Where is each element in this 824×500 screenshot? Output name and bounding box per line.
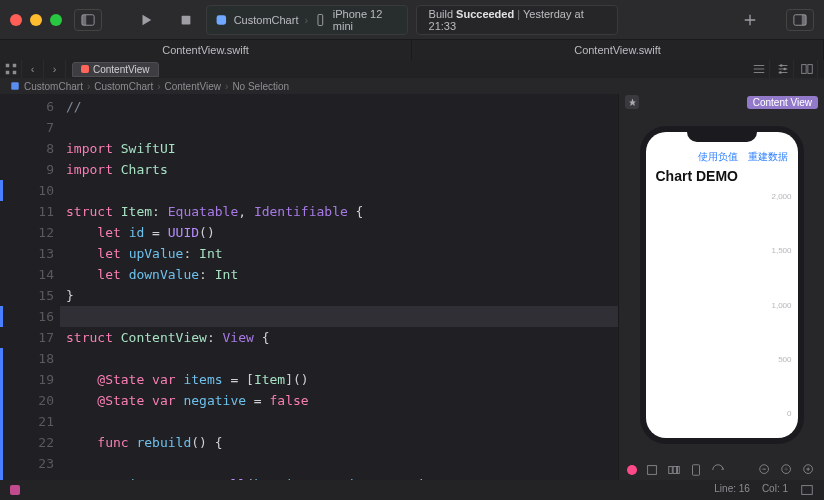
svg-rect-13 (12, 71, 16, 75)
close-window-button[interactable] (10, 14, 22, 26)
chart-title: Chart DEMO (646, 166, 798, 186)
status-bar: Line: 16 Col: 1 (0, 480, 824, 500)
file-tab[interactable]: ContentView.swift (412, 40, 824, 60)
plus-icon (743, 13, 757, 27)
svg-rect-1 (82, 14, 86, 25)
play-icon (139, 13, 153, 27)
svg-rect-10 (5, 64, 9, 68)
outline-icon[interactable] (800, 483, 814, 497)
svg-rect-2 (182, 15, 191, 24)
open-document-tab[interactable]: ContentView (72, 62, 159, 77)
preview-pill-label: Content View (753, 97, 812, 108)
minimize-window-button[interactable] (30, 14, 42, 26)
svg-rect-17 (801, 65, 805, 74)
adjust-editor-button[interactable] (772, 60, 794, 78)
svg-point-15 (783, 68, 786, 71)
file-tab[interactable]: ContentView.swift (0, 40, 412, 60)
editor-file-tabs: ContentView.swift ContentView.swift (0, 40, 824, 60)
live-preview-button[interactable] (627, 465, 637, 475)
code-content[interactable]: //import SwiftUIimport Chartsstruct Item… (66, 94, 618, 480)
build-label: Build (429, 8, 453, 20)
destination-app: CustomChart (234, 14, 299, 26)
destination-device: iPhone 12 mini (333, 8, 399, 32)
stop-icon (179, 13, 193, 27)
run-button[interactable] (132, 9, 160, 31)
svg-rect-11 (12, 64, 16, 68)
project-icon (10, 81, 20, 91)
cursor-line: Line: 16 (714, 483, 750, 497)
jumpbar-item[interactable]: No Selection (232, 81, 289, 92)
stop-button[interactable] (172, 9, 200, 31)
svg-point-14 (779, 64, 782, 67)
cursor-col: Col: 1 (762, 483, 788, 497)
maximize-window-button[interactable] (50, 14, 62, 26)
jumpbar-item[interactable]: CustomChart (24, 81, 83, 92)
toggle-inspector-button[interactable] (786, 9, 814, 31)
svg-rect-19 (11, 82, 19, 90)
split-icon (800, 62, 814, 76)
svg-rect-21 (669, 467, 673, 474)
back-button[interactable]: ‹ (22, 60, 44, 78)
window-traffic-lights[interactable] (10, 14, 62, 26)
canvas-toolbar (619, 460, 824, 480)
svg-rect-22 (673, 467, 677, 474)
sidebar-left-icon (81, 13, 95, 27)
zoom-out-icon[interactable] (758, 463, 772, 477)
jump-bar[interactable]: CustomChart› CustomChart› ContentView› N… (0, 78, 824, 94)
nav-link-negative[interactable]: 使用负值 (698, 150, 738, 164)
pin-icon (628, 98, 637, 107)
nav-link-rebuild[interactable]: 重建数据 (748, 150, 788, 164)
device-frame: 使用负值 重建数据 Chart DEMO 2,0001,5001,0005000 (640, 126, 804, 444)
debug-indicator-icon[interactable] (10, 485, 20, 495)
sidebar-right-icon (793, 13, 807, 27)
orientation-icon[interactable] (711, 463, 725, 477)
zoom-fit-icon[interactable] (780, 463, 794, 477)
zoom-in-icon[interactable] (802, 463, 816, 477)
build-status: Succeeded (456, 8, 514, 20)
sliders-icon (776, 62, 790, 76)
grid-icon (4, 62, 18, 76)
svg-rect-28 (802, 486, 813, 495)
app-icon (215, 13, 228, 27)
svg-rect-6 (217, 15, 226, 24)
selectable-button-icon[interactable] (645, 463, 659, 477)
related-items-button[interactable] (0, 60, 22, 78)
add-button[interactable] (736, 9, 764, 31)
activity-status[interactable]: Build Succeeded | Yesterday at 21:33 (416, 5, 618, 35)
add-editor-button[interactable] (796, 60, 818, 78)
toggle-navigator-button[interactable] (74, 9, 102, 31)
svg-rect-20 (648, 466, 657, 475)
lines-icon (752, 62, 766, 76)
svg-rect-23 (678, 467, 680, 474)
svg-rect-7 (318, 14, 323, 25)
device-screen[interactable]: 使用负值 重建数据 Chart DEMO 2,0001,5001,0005000 (646, 132, 798, 438)
svg-point-16 (779, 71, 782, 74)
variants-icon[interactable] (667, 463, 681, 477)
run-destination[interactable]: CustomChart › iPhone 12 mini (206, 5, 408, 35)
jumpbar-item[interactable]: ContentView (165, 81, 222, 92)
svg-rect-18 (807, 65, 811, 74)
device-settings-icon[interactable] (689, 463, 703, 477)
svg-rect-9 (802, 14, 806, 25)
pin-preview-button[interactable] (625, 95, 639, 109)
document-tab-label: ContentView (93, 64, 150, 75)
chart-plot: 2,0001,5001,0005000 (652, 190, 792, 420)
swift-file-icon (81, 65, 89, 73)
svg-rect-24 (693, 465, 700, 476)
line-number-gutter: 6789101112131415161718192021222324252627… (0, 94, 66, 480)
forward-button[interactable]: › (44, 60, 66, 78)
editor-options-button[interactable] (748, 60, 770, 78)
phone-icon (314, 13, 327, 27)
svg-rect-12 (5, 71, 9, 75)
source-editor[interactable]: 6789101112131415161718192021222324252627… (0, 94, 618, 480)
device-notch (687, 126, 757, 142)
jumpbar-item[interactable]: CustomChart (94, 81, 153, 92)
preview-pill[interactable]: Content View (747, 96, 818, 109)
preview-canvas: Content View 使用负值 重建数据 Chart DEMO 2,0001… (618, 94, 824, 480)
